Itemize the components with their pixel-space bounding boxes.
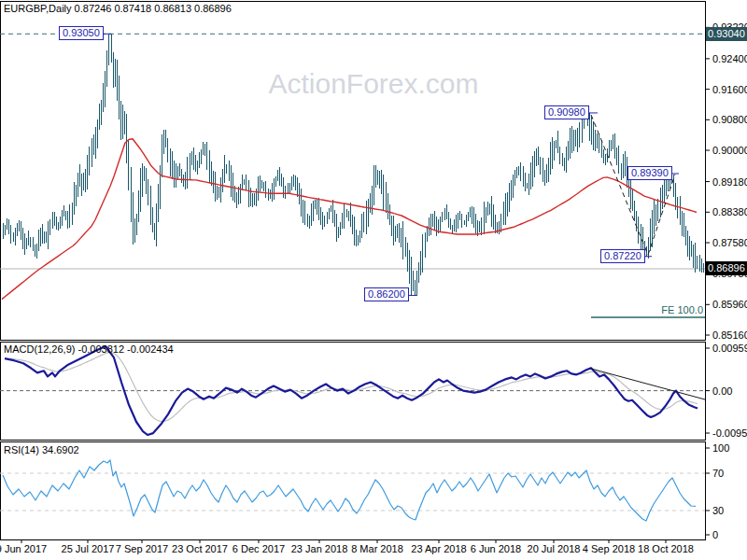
panel-border-2 (1, 442, 706, 540)
price-bars (3, 34, 704, 296)
chart-canvas[interactable] (0, 0, 747, 560)
symbol-ohlc-header: EURGBP,Daily 0.87246 0.87418 0.86813 0.8… (4, 3, 232, 14)
price-dashed-trendline (591, 115, 675, 255)
panel-border-0 (1, 2, 706, 341)
fibonacci-expansion-label: FE 100.0 (661, 304, 703, 315)
rsi-indicator-label: RSI(14) 34.6902 (4, 444, 79, 455)
rsi-line (3, 460, 696, 521)
macd-trendline (591, 369, 705, 399)
macd-indicator-label: MACD(12,26,9) -0.003812 -0.002434 (4, 343, 174, 355)
macd-signal-line (5, 353, 698, 422)
trading-chart-window: ActionForex.com EURGBP,Daily 0.87246 0.8… (0, 0, 747, 560)
